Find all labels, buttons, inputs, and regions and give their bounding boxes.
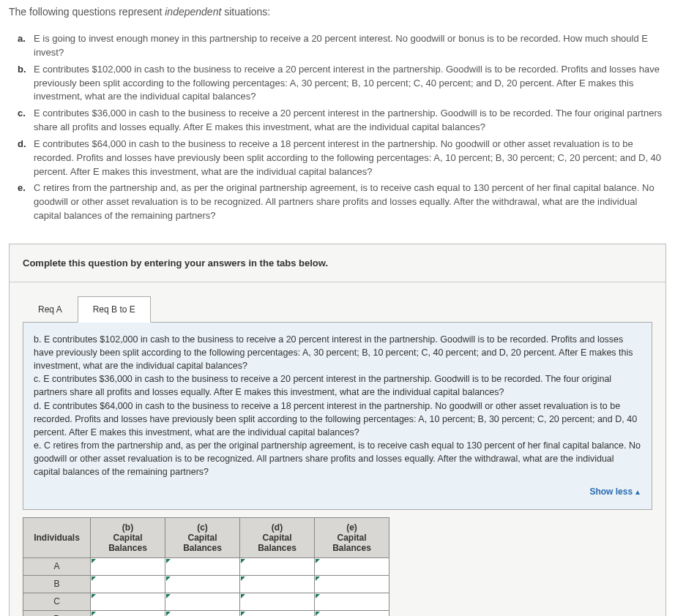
cell-edit-icon [316,559,320,563]
table-row: B [23,575,389,593]
th-col-d: (d)Capital Balances [240,517,315,557]
input-cell[interactable] [165,610,240,616]
input-cell[interactable] [165,575,240,593]
cell-edit-icon [241,559,245,563]
cell-edit-icon [92,559,96,563]
cell-edit-icon [316,612,320,616]
th-col-b: (b)Capital Balances [91,517,165,557]
cell-edit-icon [316,576,320,581]
input-cell[interactable] [91,575,165,593]
cell-edit-icon [92,594,96,598]
question-list: a.E is going to invest enough money in t… [9,32,666,223]
input-cell[interactable] [91,557,165,575]
tab-req-a[interactable]: Req A [23,296,78,323]
input-cell[interactable] [240,557,315,575]
cell-edit-icon [166,612,171,616]
input-cell[interactable] [165,593,240,610]
input-cell[interactable] [240,593,315,610]
chevron-up-icon: ▲ [634,488,641,496]
question-item: b.E contributes $102,000 in cash to the … [22,63,666,105]
row-label: D [23,610,91,616]
th-individuals: Individuals [23,517,91,557]
input-cell[interactable] [91,610,165,616]
panel-text-c: c. E contributes $36,000 in cash to the … [34,372,641,399]
cell-edit-icon [241,594,245,598]
cell-edit-icon [166,594,171,598]
input-cell[interactable] [240,575,315,593]
table-row: D [23,610,389,616]
question-item: e.C retires from the partnership and, as… [22,181,666,223]
input-cell[interactable] [315,610,389,616]
th-col-e: (e)Capital Balances [315,517,389,557]
capital-balances-table: Individuals (b)Capital Balances (c)Capit… [23,517,389,616]
question-item: a.E is going to invest enough money in t… [22,32,666,60]
input-cell[interactable] [240,610,315,616]
cell-edit-icon [92,612,96,616]
input-cell[interactable] [165,557,240,575]
table-row: A [23,557,389,575]
answer-instruction: Complete this question by entering your … [10,244,665,282]
cell-edit-icon [316,594,320,598]
answer-container: Complete this question by entering your … [9,244,666,616]
tab-req-b-to-e[interactable]: Req B to E [78,296,151,323]
cell-edit-icon [166,576,171,581]
cell-edit-icon [241,612,245,616]
question-item: c.E contributes $36,000 in cash to the b… [22,107,666,135]
cell-edit-icon [241,576,245,581]
input-cell[interactable] [315,557,389,575]
show-less-toggle[interactable]: Show less▲ [34,486,641,498]
cell-edit-icon [92,576,96,581]
cell-edit-icon [166,559,171,563]
panel-text-e: e. C retires from the partnership and, a… [34,439,641,478]
tab-bar: Req A Req B to E [10,282,665,322]
panel-text-b: b. E contributes $102,000 in cash to the… [34,333,641,372]
question-item: d.E contributes $64,000 in cash to the b… [22,138,666,179]
row-label: B [23,575,91,593]
row-label: C [23,593,91,610]
input-cell[interactable] [91,593,165,610]
row-label: A [23,557,91,575]
panel-text-d: d. E contributes $64,000 in cash to the … [34,399,641,439]
tab-panel-req-b-to-e: b. E contributes $102,000 in cash to the… [23,322,652,510]
th-col-c: (c)Capital Balances [165,517,240,557]
input-cell[interactable] [315,593,389,610]
intro-text: The following questions represent indepe… [9,6,666,18]
input-cell[interactable] [315,575,389,593]
table-row: C [23,593,389,610]
